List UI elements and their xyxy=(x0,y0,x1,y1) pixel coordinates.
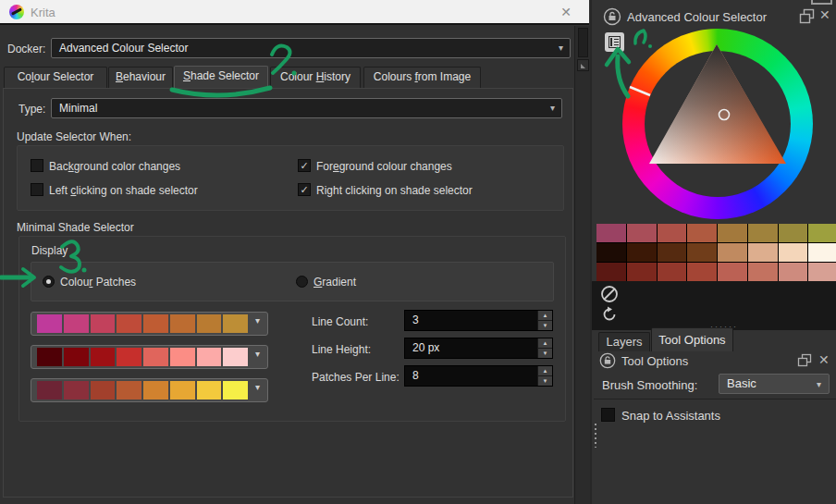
spin-up-icon[interactable]: ▲ xyxy=(538,366,552,375)
checkbox-background-color-label: Background color changes xyxy=(49,160,180,173)
docker-select[interactable]: Advanced Colour Selector ▾ xyxy=(51,38,571,58)
chevron-down-icon: ▾ xyxy=(550,99,555,117)
color-swatch[interactable] xyxy=(627,263,657,281)
type-select[interactable]: Minimal ▾ xyxy=(51,98,562,118)
lock-icon[interactable] xyxy=(599,352,616,369)
spin-down-icon[interactable]: ▼ xyxy=(538,348,552,357)
color-swatch[interactable] xyxy=(808,243,836,262)
shade-line-1-selector[interactable]: ▾ xyxy=(31,312,268,336)
shade-line-2-selector[interactable]: ▾ xyxy=(31,345,268,369)
color-swatch[interactable] xyxy=(748,224,778,242)
shade-line-3-preview xyxy=(37,381,248,400)
color-swatch[interactable] xyxy=(658,224,687,242)
tool-options-title: Tool Options xyxy=(621,354,688,368)
spin-down-icon[interactable]: ▼ xyxy=(538,320,552,329)
color-swatch[interactable] xyxy=(596,224,626,242)
line-height-value: 20 px xyxy=(412,341,439,354)
selector-settings-button[interactable] xyxy=(605,32,624,52)
radio-gradient[interactable] xyxy=(296,276,308,288)
color-swatch[interactable] xyxy=(748,263,778,281)
color-swatch[interactable] xyxy=(687,243,717,262)
color-swatch[interactable] xyxy=(718,243,747,262)
color-swatch xyxy=(143,314,168,333)
color-swatch[interactable] xyxy=(687,263,717,281)
color-swatch xyxy=(64,314,89,333)
checkbox-left-clicking[interactable] xyxy=(31,183,43,196)
color-swatch[interactable] xyxy=(808,224,836,242)
patches-per-line-label: Patches Per Line: xyxy=(312,371,400,384)
spin-down-icon[interactable]: ▼ xyxy=(538,375,552,385)
close-icon[interactable]: ✕ xyxy=(556,4,576,21)
line-count-label: Line Count: xyxy=(312,315,368,328)
color-swatch xyxy=(170,381,195,400)
close-icon[interactable]: ✕ xyxy=(819,7,830,22)
color-swatch[interactable] xyxy=(658,263,687,281)
dialog-titlebar[interactable]: Krita ✕ xyxy=(0,0,589,25)
shade-line-1-preview xyxy=(37,314,248,333)
color-swatch xyxy=(223,348,248,366)
color-swatch xyxy=(117,381,141,400)
divider xyxy=(594,399,836,400)
tab-colour-selector[interactable]: Colour Selector xyxy=(4,67,107,88)
panel-drag-handle[interactable] xyxy=(595,424,596,448)
line-count-input[interactable]: 3 ▲▼ xyxy=(404,310,553,331)
snap-to-assistants-label: Snap to Assistants xyxy=(621,409,720,423)
dialog-scrollbar[interactable] xyxy=(574,26,590,504)
color-swatch[interactable] xyxy=(596,263,626,281)
color-swatch[interactable] xyxy=(627,224,657,242)
close-icon[interactable]: ✕ xyxy=(818,352,830,367)
float-docker-icon[interactable] xyxy=(797,353,813,369)
clear-history-icon[interactable] xyxy=(600,285,619,303)
tab-colours-from-image[interactable]: Colours from Image xyxy=(363,67,481,88)
refresh-icon[interactable] xyxy=(600,305,619,324)
chevron-down-icon: ▾ xyxy=(255,315,260,326)
lock-icon[interactable] xyxy=(603,7,621,26)
settings-dialog: Krita ✕ Docker: Advanced Colour Selector… xyxy=(0,0,589,504)
color-swatch[interactable] xyxy=(687,224,717,242)
clipped-window-icon xyxy=(811,0,832,5)
color-swatch[interactable] xyxy=(748,243,778,262)
color-swatch[interactable] xyxy=(779,243,808,262)
tab-behaviour[interactable]: Behaviour xyxy=(108,67,173,88)
tab-shade-selector[interactable]: Shade Selector xyxy=(174,66,268,88)
tab-colour-history[interactable]: Colour History xyxy=(270,67,361,88)
float-docker-icon[interactable] xyxy=(799,8,816,25)
checkbox-background-color[interactable] xyxy=(31,159,43,172)
docker-label: Docker: xyxy=(7,43,45,55)
chevron-down-icon: ▾ xyxy=(255,382,260,392)
snap-to-assistants-checkbox[interactable] xyxy=(601,408,615,422)
type-label: Type: xyxy=(18,103,45,116)
swatch-row xyxy=(596,263,836,281)
color-swatch[interactable] xyxy=(808,263,836,281)
brush-smoothing-select[interactable]: Basic ▾ xyxy=(719,374,830,394)
color-swatch xyxy=(170,314,195,333)
shade-line-3-selector[interactable]: ▾ xyxy=(31,378,268,402)
scrollbar-thumb[interactable] xyxy=(578,28,588,57)
radio-colour-patches[interactable] xyxy=(43,276,55,288)
color-swatch xyxy=(91,314,116,333)
color-swatch[interactable] xyxy=(718,263,747,281)
color-swatch[interactable] xyxy=(658,243,687,262)
checkbox-right-clicking[interactable]: ✓ xyxy=(298,183,311,196)
color-swatch[interactable] xyxy=(779,263,808,281)
chevron-down-icon: ▾ xyxy=(559,39,563,57)
spin-up-icon[interactable]: ▲ xyxy=(538,311,552,320)
list-icon xyxy=(609,36,621,48)
swatch-row xyxy=(596,243,836,262)
window-title: Krita xyxy=(31,6,55,19)
tab-layers[interactable]: Layers xyxy=(598,332,650,351)
patches-per-line-input[interactable]: 8 ▲▼ xyxy=(404,365,553,387)
color-swatch xyxy=(223,314,248,333)
color-swatch xyxy=(197,381,222,400)
sv-triangle[interactable] xyxy=(622,29,813,219)
scrollbar-button[interactable] xyxy=(577,59,589,71)
color-swatch[interactable] xyxy=(596,243,626,262)
color-swatch[interactable] xyxy=(627,243,657,262)
color-swatch[interactable] xyxy=(718,224,747,242)
checkbox-foreground-colour[interactable]: ✓ xyxy=(298,159,311,172)
spin-up-icon[interactable]: ▲ xyxy=(538,338,552,348)
line-height-input[interactable]: 20 px ▲▼ xyxy=(404,338,553,359)
tab-tool-options[interactable]: Tool Options xyxy=(651,327,733,351)
colour-wheel[interactable] xyxy=(622,29,813,219)
color-swatch[interactable] xyxy=(779,224,808,242)
